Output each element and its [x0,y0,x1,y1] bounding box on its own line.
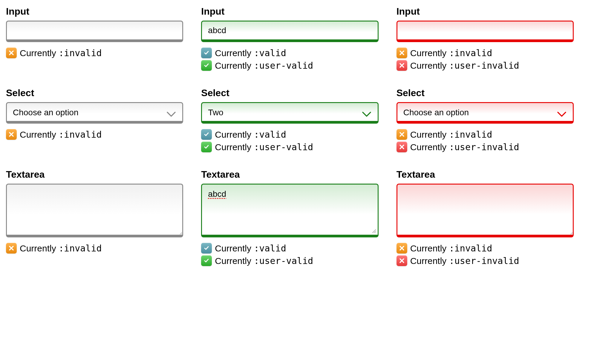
x-orange-icon [6,129,17,140]
x-orange-icon [396,47,407,58]
status-text: Currently :invalid [410,48,492,58]
status-text: Currently :user-valid [215,256,313,266]
status-invalid: Currently :invalid [396,129,574,140]
x-orange-icon [396,129,407,140]
status-user-valid: Currently :user-valid [201,142,378,152]
status-text: Currently :invalid [20,243,102,254]
status-text: Currently :user-valid [215,142,313,152]
textarea-neutral[interactable] [6,184,183,237]
select-cell-valid: Select Two Currently :valid Currently :u… [201,87,378,154]
status-valid: Currently :valid [201,243,378,254]
status-text: Currently :valid [215,243,286,254]
select-label: Select [396,87,574,99]
x-red-icon [396,142,407,152]
select-cell-neutral: Select Choose an option Currently :inval… [6,87,183,154]
input-label: Input [396,6,574,17]
check-green-icon [201,255,212,266]
textarea-label: Textarea [6,169,183,180]
status-user-valid: Currently :user-valid [201,255,378,266]
text-input-invalid[interactable] [396,21,574,42]
x-red-icon [396,255,407,266]
form-validation-grid: Input Currently :invalid Input Currently… [6,6,574,268]
status-valid: Currently :valid [201,129,378,140]
status-invalid: Currently :invalid [6,47,183,58]
status-user-valid: Currently :user-valid [201,60,378,71]
select-label: Select [201,87,378,99]
text-input-neutral[interactable] [6,21,183,42]
input-cell-neutral: Input Currently :invalid [6,6,183,73]
input-cell-invalid: Input Currently :invalid Currently :user… [396,6,574,73]
textarea-label: Textarea [396,169,574,180]
x-orange-icon [6,47,17,58]
status-text: Currently :user-valid [215,60,313,71]
select-wrapper: Two [201,102,378,124]
status-user-invalid: Currently :user-invalid [396,60,574,71]
status-text: Currently :user-invalid [410,142,519,152]
textarea-cell-invalid: Textarea Currently :invalid Currently :u… [396,169,574,268]
x-red-icon [396,60,407,71]
status-text: Currently :invalid [20,48,102,58]
select-invalid[interactable]: Choose an option [396,102,574,124]
select-cell-invalid: Select Choose an option Currently :inval… [396,87,574,154]
status-text: Currently :user-invalid [410,256,519,266]
input-label: Input [201,6,378,17]
textarea-valid[interactable]: abcd [201,184,378,237]
resize-handle-icon[interactable] [372,229,376,234]
status-text: Currently :user-invalid [410,60,519,71]
select-neutral[interactable]: Choose an option [6,102,183,124]
status-text: Currently :invalid [20,129,102,140]
check-teal-icon [201,129,212,140]
text-input-valid[interactable] [201,21,378,42]
check-green-icon [201,142,212,152]
status-text: Currently :invalid [410,243,492,254]
status-user-invalid: Currently :user-invalid [396,255,574,266]
status-invalid: Currently :invalid [396,243,574,254]
check-green-icon [201,60,212,71]
select-valid[interactable]: Two [201,102,378,124]
check-teal-icon [201,243,212,254]
select-wrapper: Choose an option [6,102,183,124]
status-invalid: Currently :invalid [6,243,183,254]
status-invalid: Currently :invalid [6,129,183,140]
x-orange-icon [396,243,407,254]
status-valid: Currently :valid [201,47,378,58]
status-invalid: Currently :invalid [396,47,574,58]
status-user-invalid: Currently :user-invalid [396,142,574,152]
check-teal-icon [201,47,212,58]
status-text: Currently :valid [215,129,286,140]
textarea-cell-neutral: Textarea Currently :invalid [6,169,183,268]
input-cell-valid: Input Currently :valid Currently :user-v… [201,6,378,73]
status-text: Currently :invalid [410,129,492,140]
input-label: Input [6,6,183,17]
textarea-content: abcd [208,189,226,199]
textarea-cell-valid: Textarea abcd Currently :valid Currently… [201,169,378,268]
status-text: Currently :valid [215,48,286,58]
select-wrapper: Choose an option [396,102,574,124]
textarea-label: Textarea [201,169,378,180]
select-label: Select [6,87,183,99]
textarea-invalid[interactable] [396,184,574,237]
x-orange-icon [6,243,17,254]
